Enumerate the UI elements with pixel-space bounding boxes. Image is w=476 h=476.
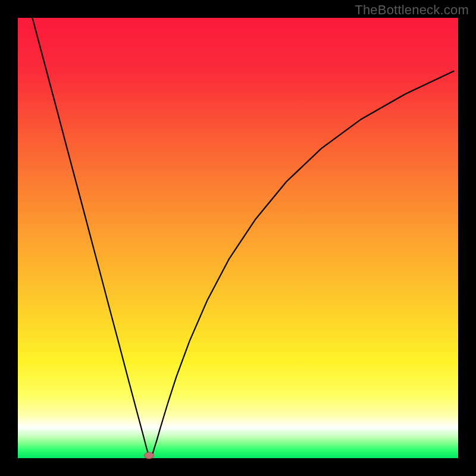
chart-frame: TheBottleneck.com bbox=[0, 0, 476, 476]
optimum-marker bbox=[145, 452, 154, 459]
watermark-text: TheBottleneck.com bbox=[355, 2, 469, 18]
plot-background bbox=[18, 18, 458, 458]
chart-canvas bbox=[0, 0, 476, 476]
